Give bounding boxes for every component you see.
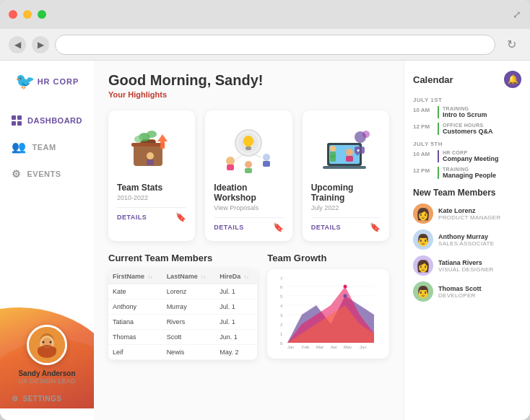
bottom-row: Current Team Members FirstName ↑↓	[108, 253, 389, 360]
svg-text:Jun: Jun	[360, 345, 367, 349]
sort-arrows-0[interactable]: ↑↓	[148, 274, 153, 279]
app-window: ⤢ ◀ ▶ ↻ 🐦 HR CORP DASHBOARD	[0, 0, 530, 420]
svg-point-6	[43, 341, 45, 344]
forward-button[interactable]: ▶	[32, 36, 49, 53]
svg-point-15	[147, 152, 154, 159]
bookmark-icon-1: 🔖	[273, 222, 284, 232]
resize-icon: ⤢	[513, 9, 521, 20]
table-row: LeifNewisMay. 2	[108, 345, 257, 360]
refresh-button[interactable]: ↻	[501, 35, 521, 55]
svg-rect-34	[346, 156, 353, 162]
svg-text:7: 7	[280, 276, 283, 281]
user-role: UX DESIGN LEAD	[18, 377, 76, 385]
event-time: 12 PM	[413, 167, 433, 175]
chart-container: 0 1 2 3 4 5 6 7	[267, 269, 389, 359]
sidebar-item-events[interactable]: ⚙ EVENTS	[0, 161, 94, 187]
table-row: TatianaRiversJul. 1	[108, 315, 257, 330]
team-growth-chart: 0 1 2 3 4 5 6 7	[274, 276, 375, 349]
logo-text: HR CORP	[38, 77, 79, 86]
calendar-header: Calendar 🔔	[413, 71, 521, 88]
member-avatar: 👩	[413, 204, 433, 224]
svg-rect-40	[330, 155, 333, 162]
svg-text:Mar: Mar	[316, 345, 323, 349]
new-members-list: 👩Kate LorenzPRODUCT MANAGER👨Anthony Murr…	[413, 204, 521, 302]
svg-text:Apr: Apr	[331, 345, 337, 349]
svg-line-28	[235, 154, 245, 159]
card-title-0: Team Stats	[117, 183, 186, 193]
new-member-item: 👩Tatiana RiversVISUAL DESIGNER	[413, 255, 521, 276]
team-stats-card: Team Stats 2010-2022 DETAILS 🔖	[108, 110, 195, 241]
calendar-events: JULY 1ST10 AMTRAININGIntro to Scrum12 PM…	[413, 97, 521, 179]
svg-point-20	[243, 136, 253, 147]
svg-point-63	[344, 285, 347, 289]
title-bar: ⤢	[0, 0, 530, 29]
svg-text:5: 5	[280, 294, 283, 299]
event-info: TRAININGIntro to Scrum	[438, 106, 521, 118]
member-avatar: 👨	[413, 229, 433, 250]
card-link-0[interactable]: DETAILS	[117, 214, 147, 221]
events-icon: ⚙	[12, 168, 22, 180]
right-panel: Calendar 🔔 JULY 1ST10 AMTRAININGIntro to…	[404, 61, 530, 420]
event-time: 12 PM	[413, 123, 433, 131]
team-icon: 👥	[12, 140, 27, 154]
card-link-1[interactable]: DETAILS	[214, 224, 243, 231]
member-avatar: 👩	[413, 255, 433, 276]
back-button[interactable]: ◀	[9, 36, 26, 53]
sidebar-bottom: Sandy Anderson UX DESIGN LEAD ⚙ SETTINGS	[0, 325, 94, 408]
event-time: 10 AM	[413, 150, 433, 158]
svg-text:Jan: Jan	[287, 345, 295, 349]
svg-point-14	[134, 136, 143, 143]
event-info: OFFICE HOURSCustomers Q&A	[438, 123, 521, 135]
card-link-2[interactable]: DETAILS	[311, 224, 341, 231]
maximize-button[interactable]	[38, 10, 46, 19]
team-table: FirstName ↑↓ LastName ↑↓ HireDa	[108, 269, 257, 360]
cards-row: Team Stats 2010-2022 DETAILS 🔖	[108, 110, 389, 241]
svg-point-22	[226, 157, 235, 165]
dashboard-icon	[12, 115, 22, 126]
user-name: Sandy Anderson	[18, 369, 75, 377]
calendar-event: 10 AMHR CORPCompany Meeting	[413, 150, 521, 162]
ideation-card: Ideation Workshop View Proposals DETAILS…	[205, 110, 292, 241]
card-subtitle-0: 2010-2022	[117, 194, 186, 201]
sidebar-label-dashboard: DASHBOARD	[27, 116, 82, 125]
svg-point-38	[330, 146, 336, 152]
svg-text:0: 0	[280, 341, 283, 346]
table-row: ThomasScottJun. 1	[108, 330, 257, 345]
svg-point-13	[147, 131, 157, 138]
card-subtitle-2: July 2022	[311, 204, 381, 211]
greeting-title: Good Morning, Sandy!	[108, 72, 389, 89]
svg-rect-16	[147, 159, 154, 165]
table-header-row: FirstName ↑↓ LastName ↑↓ HireDa	[108, 269, 257, 284]
bookmark-icon-2: 🔖	[370, 222, 381, 232]
logo-bird-icon: 🐦	[15, 72, 35, 91]
svg-rect-23	[227, 165, 234, 170]
close-button[interactable]	[9, 10, 17, 19]
table-body: KateLorenzJul. 1AnthonyMurrayJul. 1Tatia…	[108, 284, 257, 360]
sidebar-label-team: TEAM	[32, 143, 56, 152]
new-members-title: New Team Members	[413, 188, 521, 198]
col-hiredate: HireDa ↑↓	[215, 269, 257, 284]
event-info: TRAININGManaging People	[438, 167, 521, 179]
calendar-title: Calendar	[413, 74, 453, 85]
svg-text:2: 2	[280, 323, 283, 327]
team-stats-illustration	[117, 119, 186, 177]
notification-bell[interactable]: 🔔	[504, 71, 521, 88]
svg-point-62	[344, 294, 347, 298]
sort-arrows-2[interactable]: ↑↓	[244, 274, 249, 279]
svg-rect-10	[131, 143, 165, 146]
col-firstname: FirstName ↑↓	[108, 269, 162, 284]
sidebar-item-dashboard[interactable]: DASHBOARD	[0, 108, 94, 133]
sidebar-item-team[interactable]: 👥 TEAM	[0, 133, 94, 161]
sort-arrows-1[interactable]: ↑↓	[201, 274, 206, 279]
app-content: 🐦 HR CORP DASHBOARD 👥 TEAM ⚙ EVENTS	[0, 61, 530, 420]
svg-text:Feb: Feb	[302, 345, 310, 349]
calendar-date-label: JULY 1ST	[413, 97, 521, 103]
chart-section: Team Growth 0 1 2 3 4 5 6 7	[267, 253, 389, 360]
calendar-date-label: JULY 5TH	[413, 141, 521, 147]
main-content: Good Morning, Sandy! Your Highlights	[94, 61, 404, 420]
settings-item[interactable]: ⚙ SETTINGS	[0, 389, 94, 408]
team-table-title: Current Team Members	[108, 253, 257, 263]
address-bar[interactable]	[55, 35, 495, 55]
minimize-button[interactable]	[23, 10, 32, 19]
chart-title: Team Growth	[267, 253, 389, 263]
